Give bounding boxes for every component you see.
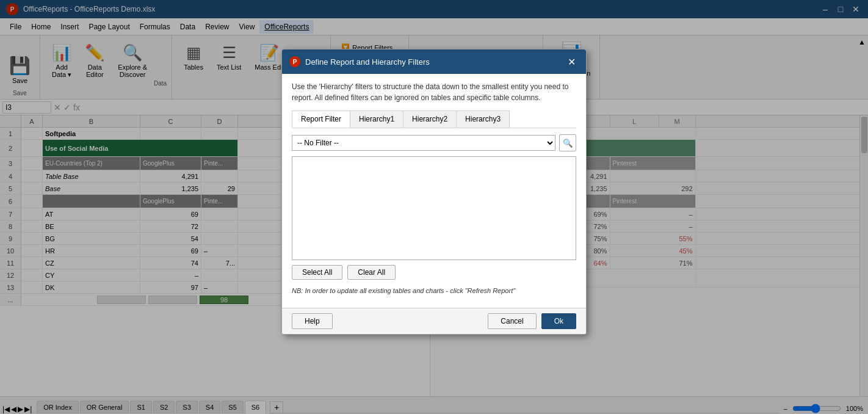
dialog-title: Define Report and Hierarchy Filters (305, 57, 430, 67)
search-icon: 🔍 (563, 139, 573, 148)
dialog-app-icon: P (289, 56, 300, 67)
dialog-footer: Help Cancel Ok (282, 308, 586, 334)
dialog-overlay: P Define Report and Hierarchy Filters ✕ … (0, 0, 868, 414)
dialog-close-button[interactable]: ✕ (564, 54, 579, 69)
filter-dialog: P Define Report and Hierarchy Filters ✕ … (281, 49, 587, 335)
dialog-tab-report-filter[interactable]: Report Filter (292, 111, 350, 128)
dialog-titlebar-left: P Define Report and Hierarchy Filters (289, 56, 430, 67)
select-all-button[interactable]: Select All (292, 265, 342, 280)
dialog-body: Use the 'Hierarchy' filters to structure… (282, 74, 586, 308)
action-buttons: Select All Clear All (292, 265, 576, 280)
filter-dropdown[interactable]: -- No Filter -- (292, 135, 555, 151)
dialog-tab-hierarchy3[interactable]: Hierarchy3 (456, 111, 510, 128)
ok-button[interactable]: Ok (541, 313, 576, 329)
dialog-tab-hierarchy2[interactable]: Hierarchy2 (403, 111, 457, 128)
dialog-description: Use the 'Hierarchy' filters to structure… (292, 81, 576, 103)
dialog-tabs: Report Filter Hierarchy1 Hierarchy2 Hier… (292, 111, 576, 128)
dialog-titlebar: P Define Report and Hierarchy Filters ✕ (282, 49, 586, 74)
search-button[interactable]: 🔍 (559, 134, 576, 151)
clear-all-button[interactable]: Clear All (347, 265, 396, 280)
filter-row: -- No Filter -- 🔍 (292, 134, 576, 151)
dialog-note: NB: In order to update all existing tabl… (292, 287, 576, 294)
filter-list[interactable] (292, 156, 576, 260)
cancel-button[interactable]: Cancel (488, 313, 536, 329)
help-button[interactable]: Help (292, 313, 333, 329)
dialog-tab-hierarchy1[interactable]: Hierarchy1 (350, 111, 403, 128)
footer-right-buttons: Cancel Ok (488, 313, 576, 329)
